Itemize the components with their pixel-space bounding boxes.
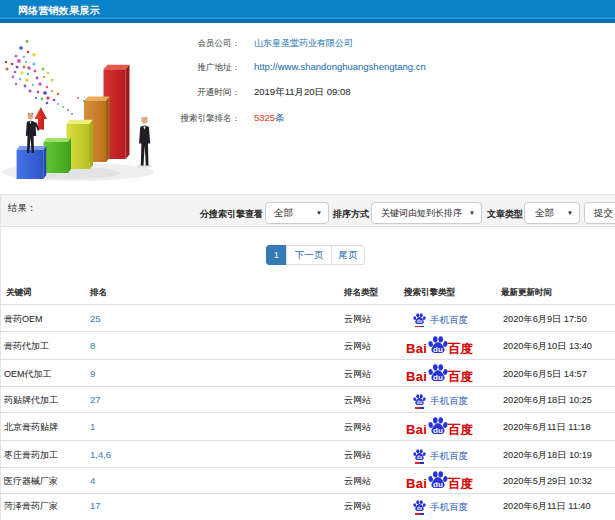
svg-text:du: du xyxy=(417,400,423,405)
svg-text:du: du xyxy=(433,480,443,489)
svg-text:du: du xyxy=(433,345,443,354)
svg-text:du: du xyxy=(433,426,443,435)
svg-text:du: du xyxy=(417,455,423,460)
svg-text:du: du xyxy=(433,372,443,381)
svg-text:du: du xyxy=(417,319,423,324)
svg-text:du: du xyxy=(417,506,423,511)
